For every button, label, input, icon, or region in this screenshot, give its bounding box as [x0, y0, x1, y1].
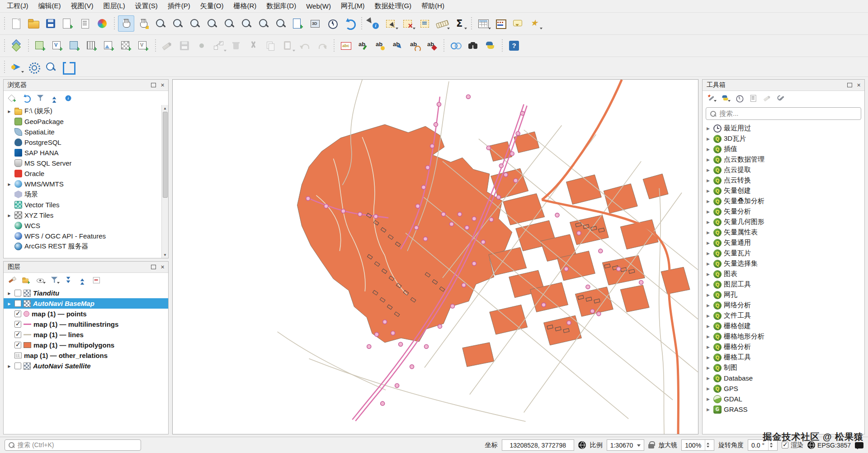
vertex-tool-button[interactable] [211, 38, 227, 54]
toolbox-item[interactable]: ▶ GRASS [703, 404, 864, 415]
menu-item[interactable]: 编辑(E) [33, 0, 66, 12]
toolbox-item[interactable]: ▶ 最近用过 [703, 123, 864, 134]
browser-properties-button[interactable] [62, 92, 74, 104]
expand-arrow-icon[interactable]: ▶ [705, 345, 711, 349]
expand-arrow-icon[interactable]: ▶ [705, 241, 711, 245]
expand-arrow-icon[interactable]: ▸ [6, 181, 12, 187]
delete-selected-button[interactable] [228, 38, 244, 54]
paste-features-button[interactable] [279, 38, 296, 54]
rotate-label-button[interactable] [406, 38, 423, 54]
refresh-map-button[interactable] [341, 15, 358, 32]
refresh-browser-button[interactable] [20, 92, 32, 104]
toolbox-edit-button[interactable] [761, 92, 773, 104]
menu-item[interactable]: 视图(V) [66, 0, 99, 12]
rotation-spinner[interactable]: 0.0 ° [748, 439, 778, 451]
layer-item[interactable]: ▸ map (1) — points [4, 309, 168, 319]
expand-arrow-icon[interactable]: ▶ [705, 386, 711, 391]
locator-search-button[interactable] [42, 59, 59, 75]
data-source-manager-button[interactable] [8, 38, 24, 54]
toolbox-item[interactable]: ▶ 栅格地形分析 [703, 331, 864, 342]
toolbox-close-button[interactable]: × [855, 81, 863, 89]
osm-place-search-button[interactable] [465, 38, 481, 54]
expand-arrow-icon[interactable]: ▶ [705, 199, 711, 204]
toolbox-item[interactable]: ▶ 栅格工具 [703, 352, 864, 362]
expand-arrow-icon[interactable]: ▶ [705, 168, 711, 172]
browser-item[interactable]: ▸ PostgreSQL [4, 137, 161, 148]
toolbox-item[interactable]: ▶ GPS [703, 383, 864, 394]
redo-button[interactable] [314, 38, 330, 54]
expand-arrow-icon[interactable]: ▶ [705, 220, 711, 224]
deselect-features-button[interactable] [400, 15, 416, 32]
toolbox-item[interactable]: ▶ 矢量属性表 [703, 227, 864, 238]
new-project-button[interactable] [8, 15, 24, 32]
move-label-button[interactable] [389, 38, 406, 54]
layer-item[interactable]: ▸ map (1) — multilinestrings [4, 319, 168, 329]
toolbox-scripts-button[interactable] [719, 92, 731, 104]
new-spatialite-layer-button[interactable] [66, 38, 83, 54]
scrollbar-thumb[interactable] [163, 112, 168, 198]
expand-arrow-icon[interactable]: ▶ [705, 157, 711, 162]
browser-float-button[interactable] [150, 81, 157, 89]
toolbox-item[interactable]: ▶ GDAL [703, 394, 864, 404]
toolbox-item[interactable]: ▶ 栅格创建 [703, 321, 864, 331]
menu-item[interactable]: 插件(P) [163, 0, 195, 12]
toolbox-item[interactable]: ▶ 矢量选择集 [703, 258, 864, 269]
layer-item[interactable]: ▸ map (1) — multipolygons [4, 340, 168, 350]
layout-manager-button[interactable] [77, 15, 93, 32]
toolbox-item[interactable]: ▶ 矢量叠加分析 [703, 196, 864, 206]
toolbox-item[interactable]: ▶ 3D瓦片 [703, 134, 864, 144]
layer-checkbox[interactable] [14, 300, 21, 307]
options-button[interactable] [25, 59, 42, 75]
expand-arrow-icon[interactable]: ▸ [6, 290, 12, 296]
zoom-in-button[interactable] [152, 15, 169, 32]
browser-item[interactable]: ▸ WCS [4, 220, 161, 231]
layer-styling-button[interactable] [6, 274, 18, 286]
layer-item[interactable]: ▸ AutoNavi Satellite [4, 361, 168, 371]
new-shapefile-layer-button[interactable] [49, 38, 66, 54]
expand-all-button[interactable] [62, 274, 74, 286]
expand-arrow-icon[interactable]: ▶ [705, 407, 711, 412]
pan-to-selection-button[interactable] [135, 15, 151, 32]
browser-item[interactable]: ▸ F:\ (娱乐) [4, 106, 161, 116]
save-edits-button[interactable] [176, 38, 193, 54]
render-checkbox-box[interactable] [782, 442, 788, 448]
new-print-layout-button[interactable] [60, 15, 76, 32]
layer-item[interactable]: ▸ map (1) — other_relations [4, 350, 168, 361]
metasearch-button[interactable] [448, 38, 464, 54]
toggle-editing-button[interactable] [159, 38, 175, 54]
magnifier-spinner[interactable]: 100% [681, 439, 714, 451]
scroll-down-icon[interactable]: ▼ [163, 252, 167, 258]
copy-features-button[interactable] [262, 38, 278, 54]
layer-item[interactable]: ▸ AutoNavi BaseMap [4, 298, 168, 309]
expand-arrow-icon[interactable]: ▶ [705, 376, 711, 381]
plugins-dropdown-button[interactable] [8, 59, 24, 75]
zoom-to-selection-button[interactable] [204, 15, 220, 32]
layer-checkbox[interactable] [14, 290, 21, 296]
collapse-all-layers-button[interactable] [76, 274, 88, 286]
browser-item[interactable]: ▸ SAP HANA [4, 148, 161, 158]
python-console-button[interactable] [482, 38, 498, 54]
temporal-controller-button[interactable] [324, 15, 340, 32]
select-features-button[interactable] [382, 15, 399, 32]
new-map-view-button[interactable] [290, 15, 306, 32]
toolbox-item[interactable]: ▶ 制图 [703, 362, 864, 373]
extents-icon[interactable] [578, 441, 586, 449]
cut-features-button[interactable] [245, 38, 261, 54]
expand-arrow-icon[interactable]: ▶ [705, 126, 711, 131]
menu-item[interactable]: 矢量(O) [195, 0, 229, 12]
browser-item[interactable]: ▸ Oracle [4, 168, 161, 179]
toolbox-item[interactable]: ▶ 栅格分析 [703, 342, 864, 352]
menu-item[interactable]: 数据处理(G) [369, 0, 416, 12]
browser-item[interactable]: ▸ SpatiaLite [4, 127, 161, 137]
pan-map-button[interactable] [118, 15, 134, 32]
layer-item[interactable]: ▸ Tianditu [4, 288, 168, 298]
map-tips-button[interactable] [509, 15, 526, 32]
undo-button[interactable] [297, 38, 313, 54]
layer-checkbox[interactable] [14, 362, 21, 369]
browser-item[interactable]: ▸ GeoPackage [4, 116, 161, 127]
toolbox-item[interactable]: ▶ 点云数据管理 [703, 154, 864, 165]
menu-item[interactable]: 图层(L) [99, 0, 130, 12]
expand-arrow-icon[interactable]: ▶ [705, 324, 711, 329]
toolbox-item[interactable]: ▶ 网孔 [703, 290, 864, 300]
toolbox-item[interactable]: ▶ 图层工具 [703, 279, 864, 290]
